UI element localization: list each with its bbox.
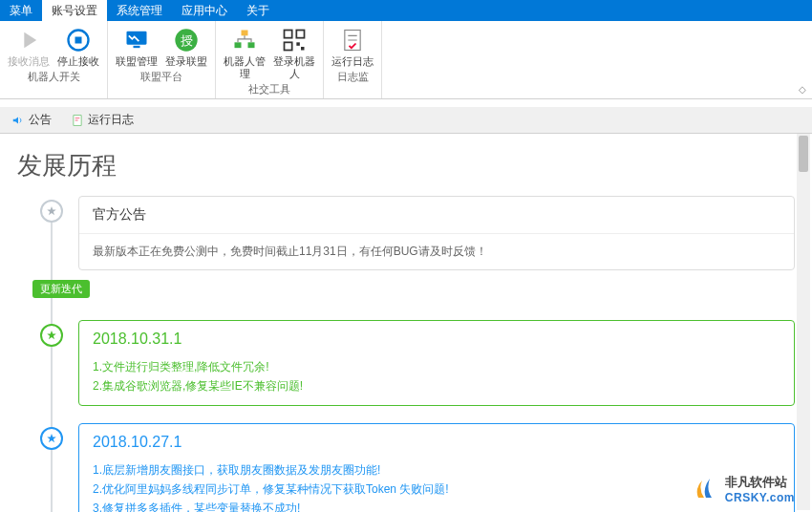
timeline-item-official: 官方公告 最新版本正在免费公测中，免费时间截止11月31日，有任何BUG请及时反… [40, 196, 795, 270]
ribbon-group-robot-switch: 接收消息 停止接收 机器人开关 [0, 21, 108, 98]
ribbon-expand-icon[interactable]: ◇ [799, 84, 806, 95]
logo-text: 非凡软件站 CRSKY.com [725, 474, 795, 504]
star-marker-icon [40, 324, 63, 347]
scroll-thumb[interactable] [799, 136, 808, 172]
scrollbar[interactable] [797, 134, 810, 510]
group-title: 社交工具 [248, 80, 290, 99]
watermark-logo: 非凡软件站 CRSKY.com [693, 474, 795, 504]
stop-receive-button[interactable]: 停止接收 [53, 23, 103, 68]
badge-icon: 授 [173, 27, 200, 53]
group-title: 联盟平台 [140, 68, 182, 87]
content-area: 发展历程 官方公告 最新版本正在免费公测中，免费时间截止11月31日，有任何BU… [0, 134, 812, 512]
group-title: 机器人开关 [28, 68, 80, 87]
tab-label: 运行日志 [88, 112, 134, 128]
monitor-icon [123, 27, 150, 53]
login-robot-button[interactable]: 登录机器人 [269, 23, 319, 80]
timeline: 官方公告 最新版本正在免费公测中，免费时间截止11月31日，有任何BUG请及时反… [40, 196, 795, 512]
official-card: 官方公告 最新版本正在免费公测中，免费时间截止11月31日，有任何BUG请及时反… [78, 196, 795, 270]
menu-item-apps[interactable]: 应用中心 [172, 0, 237, 21]
card-title: 官方公告 [93, 206, 780, 224]
tab-runlog[interactable]: 运行日志 [65, 110, 139, 131]
ribbon-group-alliance: 联盟管理 授 登录联盟 联盟平台 [108, 21, 216, 98]
svg-rect-13 [301, 47, 305, 51]
ribbon-group-log: 运行日志 日志监 [324, 21, 382, 98]
version-label: 2018.10.31.1 [93, 331, 780, 348]
group-title: 日志监 [337, 68, 369, 87]
svg-rect-11 [285, 42, 292, 50]
stop-icon [65, 27, 92, 53]
menu-item-system[interactable]: 系统管理 [107, 0, 172, 21]
doc-icon [71, 114, 84, 127]
login-alliance-button[interactable]: 授 登录联盟 [161, 23, 211, 68]
play-icon [15, 27, 42, 53]
svg-rect-9 [285, 31, 292, 38]
list-item: 1.文件进行归类整理,降低文件冗余! [93, 357, 780, 376]
version-label: 2018.10.27.1 [93, 434, 780, 451]
list-item: 2.优化阿里妈妈多线程同步订单，修复某种情况下获取Token 失败问题! [93, 480, 780, 499]
release-card: 2018.10.27.1 1.底层新增朋友圈接口，获取朋友圈数据及发朋友圈功能!… [78, 423, 795, 512]
robot-mgmt-button[interactable]: 机器人管理 [220, 23, 269, 80]
svg-rect-8 [248, 42, 255, 48]
qr-icon [281, 27, 308, 53]
changelog: 1.文件进行归类整理,降低文件冗余! 2.集成谷歌浏览器,修复某些IE不兼容问题… [93, 357, 780, 395]
svg-rect-12 [296, 42, 300, 46]
svg-text:授: 授 [181, 33, 193, 48]
divider [79, 233, 794, 234]
update-badge: 更新迭代 [32, 280, 90, 298]
tab-label: 公告 [29, 112, 52, 128]
list-item: 3.修复拼多多插件，某些变量替换不成功! [93, 499, 780, 512]
release-card: 2018.10.31.1 1.文件进行归类整理,降低文件冗余! 2.集成谷歌浏览… [78, 320, 795, 406]
menu-item-account[interactable]: 账号设置 [42, 0, 107, 21]
star-marker-icon [40, 427, 63, 450]
badge-wrap: 更新迭代 [40, 288, 795, 307]
star-marker-icon [40, 200, 63, 223]
ribbon: 接收消息 停止接收 机器人开关 联盟管理 授 登录联盟 联盟平台 机器 [0, 21, 812, 99]
list-item: 2.集成谷歌浏览器,修复某些IE不兼容问题! [93, 376, 780, 395]
speaker-icon [11, 114, 25, 127]
run-log-button[interactable]: 运行日志 [328, 23, 377, 68]
menu-item-menu[interactable]: 菜单 [0, 0, 42, 21]
timeline-item-release: 2018.10.27.1 1.底层新增朋友圈接口，获取朋友圈数据及发朋友圈功能!… [40, 423, 795, 512]
log-icon [339, 27, 366, 53]
tab-announce[interactable]: 公告 [6, 110, 57, 131]
svg-rect-7 [235, 42, 242, 48]
tabbar: 公告 运行日志 [0, 107, 812, 134]
org-icon [231, 27, 258, 53]
menubar: 菜单 账号设置 系统管理 应用中心 关于 [0, 0, 812, 21]
svg-rect-6 [242, 31, 248, 36]
page-title: 发展历程 [17, 149, 795, 182]
logo-icon [693, 475, 721, 503]
card-body: 最新版本正在免费公测中，免费时间截止11月31日，有任何BUG请及时反馈！ [93, 244, 780, 260]
svg-rect-3 [134, 46, 140, 48]
receive-msg-button[interactable]: 接收消息 [4, 23, 53, 68]
svg-rect-10 [296, 31, 304, 38]
changelog: 1.底层新增朋友圈接口，获取朋友圈数据及发朋友圈功能! 2.优化阿里妈妈多线程同… [93, 460, 780, 512]
timeline-item-release: 2018.10.31.1 1.文件进行归类整理,降低文件冗余! 2.集成谷歌浏览… [40, 320, 795, 406]
alliance-mgmt-button[interactable]: 联盟管理 [112, 23, 161, 68]
svg-rect-1 [75, 37, 82, 44]
ribbon-group-social: 机器人管理 登录机器人 社交工具 [216, 21, 324, 98]
menu-item-about[interactable]: 关于 [237, 0, 279, 21]
list-item: 1.底层新增朋友圈接口，获取朋友圈数据及发朋友圈功能! [93, 460, 780, 480]
